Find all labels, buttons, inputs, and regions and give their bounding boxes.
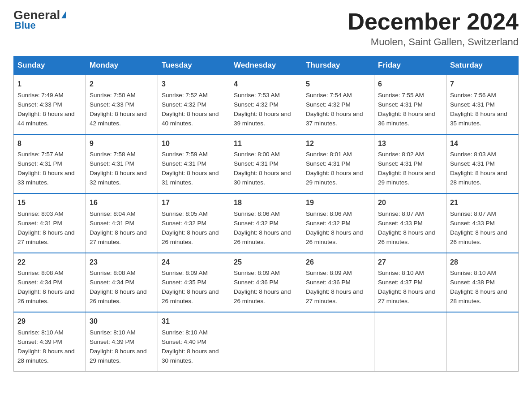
calendar-cell-week5-day3 xyxy=(230,312,302,371)
day-info: Sunrise: 7:55 AMSunset: 4:31 PMDaylight:… xyxy=(378,92,435,127)
day-number: 26 xyxy=(306,257,370,268)
day-info: Sunrise: 8:09 AMSunset: 4:36 PMDaylight:… xyxy=(234,270,291,304)
day-number: 9 xyxy=(90,138,154,150)
day-info: Sunrise: 8:03 AMSunset: 4:31 PMDaylight:… xyxy=(450,151,507,186)
logo: General Blue xyxy=(13,9,66,31)
day-number: 21 xyxy=(450,197,515,209)
header-saturday: Saturday xyxy=(446,56,519,75)
calendar-cell-week4-day4: 26 Sunrise: 8:09 AMSunset: 4:36 PMDaylig… xyxy=(302,253,374,312)
day-number: 12 xyxy=(306,138,370,150)
calendar-cell-week4-day1: 23 Sunrise: 8:08 AMSunset: 4:34 PMDaylig… xyxy=(86,253,158,312)
calendar-cell-week4-day3: 25 Sunrise: 8:09 AMSunset: 4:36 PMDaylig… xyxy=(230,253,302,312)
calendar-cell-week1-day5: 6 Sunrise: 7:55 AMSunset: 4:31 PMDayligh… xyxy=(374,75,446,134)
day-info: Sunrise: 8:10 AMSunset: 4:39 PMDaylight:… xyxy=(17,329,75,364)
calendar-cell-week2-day2: 10 Sunrise: 7:59 AMSunset: 4:31 PMDaylig… xyxy=(158,134,230,193)
header-wednesday: Wednesday xyxy=(230,56,302,75)
header-sunday: Sunday xyxy=(14,56,86,75)
day-number: 2 xyxy=(90,79,154,90)
calendar-cell-week5-day6 xyxy=(446,312,519,371)
day-info: Sunrise: 7:50 AMSunset: 4:33 PMDaylight:… xyxy=(90,92,147,127)
day-number: 8 xyxy=(17,138,82,150)
day-info: Sunrise: 7:56 AMSunset: 4:31 PMDaylight:… xyxy=(450,92,507,127)
day-number: 11 xyxy=(234,138,298,150)
calendar-week-2: 8 Sunrise: 7:57 AMSunset: 4:31 PMDayligh… xyxy=(14,134,519,193)
day-number: 1 xyxy=(17,79,82,90)
day-info: Sunrise: 8:10 AMSunset: 4:40 PMDaylight:… xyxy=(162,329,219,364)
day-number: 16 xyxy=(90,197,154,209)
day-info: Sunrise: 8:10 AMSunset: 4:39 PMDaylight:… xyxy=(90,329,147,364)
day-number: 28 xyxy=(450,257,515,268)
day-info: Sunrise: 7:53 AMSunset: 4:32 PMDaylight:… xyxy=(234,92,291,127)
calendar-table: Sunday Monday Tuesday Wednesday Thursday… xyxy=(13,56,519,371)
day-info: Sunrise: 8:06 AMSunset: 4:32 PMDaylight:… xyxy=(306,210,363,245)
calendar-cell-week2-day4: 12 Sunrise: 8:01 AMSunset: 4:31 PMDaylig… xyxy=(302,134,374,193)
day-number: 30 xyxy=(90,316,154,327)
day-info: Sunrise: 7:52 AMSunset: 4:32 PMDaylight:… xyxy=(162,92,219,127)
day-info: Sunrise: 8:08 AMSunset: 4:34 PMDaylight:… xyxy=(17,270,75,304)
calendar-cell-week5-day5 xyxy=(374,312,446,371)
header-friday: Friday xyxy=(374,56,446,75)
day-info: Sunrise: 8:07 AMSunset: 4:33 PMDaylight:… xyxy=(378,210,435,245)
day-info: Sunrise: 8:04 AMSunset: 4:31 PMDaylight:… xyxy=(90,210,147,245)
calendar-cell-week5-day4 xyxy=(302,312,374,371)
calendar-cell-week4-day2: 24 Sunrise: 8:09 AMSunset: 4:35 PMDaylig… xyxy=(158,253,230,312)
day-number: 27 xyxy=(378,257,442,268)
calendar-cell-week1-day6: 7 Sunrise: 7:56 AMSunset: 4:31 PMDayligh… xyxy=(446,75,519,134)
calendar-cell-week2-day5: 13 Sunrise: 8:02 AMSunset: 4:31 PMDaylig… xyxy=(374,134,446,193)
day-info: Sunrise: 7:54 AMSunset: 4:32 PMDaylight:… xyxy=(306,92,363,127)
day-info: Sunrise: 7:49 AMSunset: 4:33 PMDaylight:… xyxy=(17,92,75,127)
calendar-cell-week3-day1: 16 Sunrise: 8:04 AMSunset: 4:31 PMDaylig… xyxy=(86,193,158,253)
calendar-cell-week3-day5: 20 Sunrise: 8:07 AMSunset: 4:33 PMDaylig… xyxy=(374,193,446,253)
calendar-cell-week5-day2: 31 Sunrise: 8:10 AMSunset: 4:40 PMDaylig… xyxy=(158,312,230,371)
calendar-cell-week2-day0: 8 Sunrise: 7:57 AMSunset: 4:31 PMDayligh… xyxy=(14,134,86,193)
calendar-week-1: 1 Sunrise: 7:49 AMSunset: 4:33 PMDayligh… xyxy=(14,75,519,134)
calendar-cell-week1-day0: 1 Sunrise: 7:49 AMSunset: 4:33 PMDayligh… xyxy=(14,75,86,134)
day-number: 7 xyxy=(450,79,515,90)
day-info: Sunrise: 7:58 AMSunset: 4:31 PMDaylight:… xyxy=(90,151,147,186)
day-info: Sunrise: 8:06 AMSunset: 4:32 PMDaylight:… xyxy=(234,210,291,245)
day-info: Sunrise: 8:09 AMSunset: 4:35 PMDaylight:… xyxy=(162,270,219,304)
title-area: December 2024 Muolen, Saint Gallen, Swit… xyxy=(348,9,519,48)
calendar-week-4: 22 Sunrise: 8:08 AMSunset: 4:34 PMDaylig… xyxy=(14,253,519,312)
day-info: Sunrise: 8:08 AMSunset: 4:34 PMDaylight:… xyxy=(90,270,147,304)
day-number: 20 xyxy=(378,197,442,209)
calendar-cell-week3-day6: 21 Sunrise: 8:07 AMSunset: 4:33 PMDaylig… xyxy=(446,193,519,253)
calendar-cell-week4-day5: 27 Sunrise: 8:10 AMSunset: 4:37 PMDaylig… xyxy=(374,253,446,312)
day-info: Sunrise: 8:00 AMSunset: 4:31 PMDaylight:… xyxy=(234,151,291,186)
day-number: 22 xyxy=(17,257,82,268)
page-header: General Blue December 2024 Muolen, Saint… xyxy=(13,9,519,48)
day-info: Sunrise: 8:05 AMSunset: 4:32 PMDaylight:… xyxy=(162,210,219,245)
day-info: Sunrise: 8:10 AMSunset: 4:37 PMDaylight:… xyxy=(378,270,435,304)
calendar-cell-week1-day4: 5 Sunrise: 7:54 AMSunset: 4:32 PMDayligh… xyxy=(302,75,374,134)
day-number: 25 xyxy=(234,257,298,268)
day-info: Sunrise: 8:02 AMSunset: 4:31 PMDaylight:… xyxy=(378,151,435,186)
calendar-cell-week5-day0: 29 Sunrise: 8:10 AMSunset: 4:39 PMDaylig… xyxy=(14,312,86,371)
calendar-header-row: Sunday Monday Tuesday Wednesday Thursday… xyxy=(14,56,519,75)
header-tuesday: Tuesday xyxy=(158,56,230,75)
calendar-cell-week3-day2: 17 Sunrise: 8:05 AMSunset: 4:32 PMDaylig… xyxy=(158,193,230,253)
calendar-cell-week2-day3: 11 Sunrise: 8:00 AMSunset: 4:31 PMDaylig… xyxy=(230,134,302,193)
calendar-cell-week3-day0: 15 Sunrise: 8:03 AMSunset: 4:31 PMDaylig… xyxy=(14,193,86,253)
day-info: Sunrise: 8:10 AMSunset: 4:38 PMDaylight:… xyxy=(450,270,507,304)
day-number: 5 xyxy=(306,79,370,90)
month-year-title: December 2024 xyxy=(348,9,519,34)
logo-blue: Blue xyxy=(14,20,36,31)
day-number: 15 xyxy=(17,197,82,209)
location-subtitle: Muolen, Saint Gallen, Switzerland xyxy=(348,36,519,48)
day-info: Sunrise: 8:01 AMSunset: 4:31 PMDaylight:… xyxy=(306,151,363,186)
day-number: 29 xyxy=(17,316,82,327)
header-monday: Monday xyxy=(86,56,158,75)
header-thursday: Thursday xyxy=(302,56,374,75)
day-info: Sunrise: 8:03 AMSunset: 4:31 PMDaylight:… xyxy=(17,210,75,245)
calendar-cell-week5-day1: 30 Sunrise: 8:10 AMSunset: 4:39 PMDaylig… xyxy=(86,312,158,371)
calendar-cell-week1-day3: 4 Sunrise: 7:53 AMSunset: 4:32 PMDayligh… xyxy=(230,75,302,134)
day-number: 23 xyxy=(90,257,154,268)
day-number: 18 xyxy=(234,197,298,209)
calendar-cell-week3-day4: 19 Sunrise: 8:06 AMSunset: 4:32 PMDaylig… xyxy=(302,193,374,253)
day-number: 14 xyxy=(450,138,515,150)
calendar-cell-week1-day1: 2 Sunrise: 7:50 AMSunset: 4:33 PMDayligh… xyxy=(86,75,158,134)
day-number: 31 xyxy=(162,316,226,327)
calendar-cell-week2-day6: 14 Sunrise: 8:03 AMSunset: 4:31 PMDaylig… xyxy=(446,134,519,193)
calendar-week-5: 29 Sunrise: 8:10 AMSunset: 4:39 PMDaylig… xyxy=(14,312,519,371)
day-number: 19 xyxy=(306,197,370,209)
